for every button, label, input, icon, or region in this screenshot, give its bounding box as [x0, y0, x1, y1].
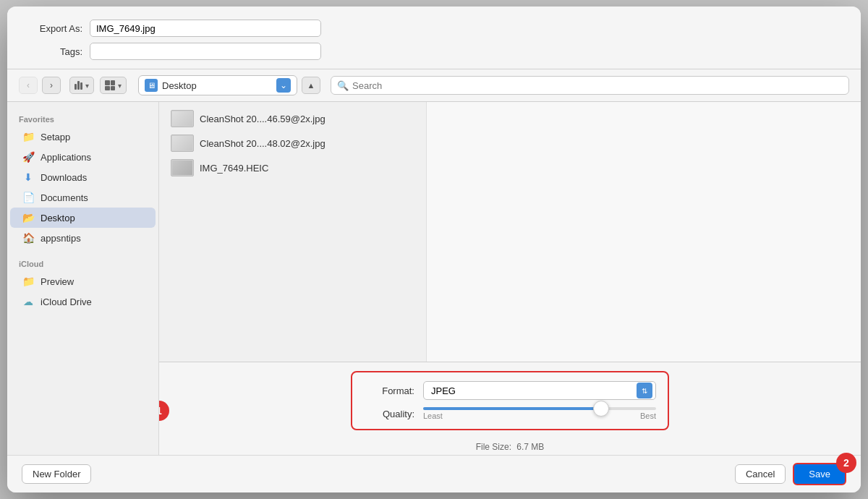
desktop-icon: 🖥 — [145, 79, 158, 92]
right-actions: Cancel Save 2 — [735, 463, 846, 485]
top-form: Export As: Tags: — [7, 7, 861, 69]
file-name: CleanShot 20....46.59@2x.jpg — [200, 114, 326, 124]
format-label: Format: — [364, 385, 414, 396]
quality-row: Quality: Least Best — [364, 407, 656, 420]
filesize-value: 6.7 MB — [516, 442, 544, 452]
grid-icon — [105, 80, 115, 90]
sidebar-item-icloud-drive[interactable]: ☁ iCloud Drive — [10, 291, 156, 312]
export-as-input[interactable] — [90, 20, 321, 37]
slider-fill — [423, 407, 598, 410]
list-item[interactable]: CleanShot 20....48.02@2x.jpg — [159, 131, 426, 155]
badge-2: 2 — [836, 453, 856, 473]
list-item[interactable]: IMG_7649.HEIC — [159, 155, 426, 180]
filesize-row: File Size: 6.7 MB — [159, 439, 861, 455]
format-select[interactable]: JPEG ⇅ — [423, 381, 656, 400]
file-name: IMG_7649.HEIC — [200, 163, 268, 174]
format-row: Format: JPEG ⇅ — [364, 381, 656, 400]
file-thumbnail — [171, 110, 194, 127]
forward-button[interactable]: › — [42, 77, 61, 94]
quality-labels: Least Best — [423, 411, 656, 420]
chevron-stepper-icon: ⇅ — [637, 383, 652, 398]
sidebar-item-documents[interactable]: 📄 Documents — [10, 187, 156, 208]
format-value: JPEG — [431, 385, 634, 396]
applications-icon: 🚀 — [22, 150, 35, 163]
badge-1: 1 — [159, 401, 169, 421]
file-thumbnail — [171, 159, 194, 176]
location-bar[interactable]: 🖥 Desktop ⌄ — [138, 75, 297, 95]
file-list: CleanShot 20....46.59@2x.jpg CleanShot 2… — [159, 102, 427, 362]
action-bar: New Folder Cancel Save 2 — [7, 455, 861, 492]
sidebar-item-label: Preview — [41, 276, 74, 287]
icloud-icon: ☁ — [22, 295, 35, 308]
sidebar-item-label: iCloud Drive — [41, 297, 92, 307]
save-dialog: Export As: Tags: ‹ › ▾ ▾ — [7, 7, 861, 492]
search-icon: 🔍 — [337, 80, 349, 91]
sidebar-item-label: appsntips — [41, 233, 81, 244]
downloads-icon: ⬇ — [22, 171, 35, 184]
tags-row: Tags: — [25, 43, 843, 60]
toolbar: ‹ › ▾ ▾ 🖥 Desktop ⌄ — [7, 69, 861, 102]
sidebar: Favorites 📁 Setapp 🚀 Applications ⬇ Down… — [7, 102, 159, 455]
list-item[interactable]: CleanShot 20....46.59@2x.jpg — [159, 106, 426, 131]
save-wrapper: Save 2 — [793, 463, 846, 485]
sidebar-item-desktop[interactable]: 📂 Desktop — [10, 208, 156, 228]
slider-thumb[interactable] — [593, 401, 609, 417]
chevron-down-icon-2: ▾ — [118, 82, 122, 90]
desktop-folder-icon: 📂 — [22, 211, 35, 224]
grid-view-button[interactable]: ▾ — [100, 77, 127, 94]
icloud-section-title: iCloud — [7, 255, 158, 271]
location-chevron-icon[interactable]: ⌄ — [276, 78, 291, 93]
chevron-down-icon: ▾ — [85, 82, 89, 90]
tags-label: Tags: — [25, 46, 82, 57]
home-icon: 🏠 — [22, 231, 35, 244]
new-folder-button[interactable]: New Folder — [22, 464, 91, 484]
quality-least-label: Least — [423, 411, 443, 420]
location-text: Desktop — [162, 80, 272, 91]
sidebar-item-appsntips[interactable]: 🏠 appsntips — [10, 228, 156, 248]
export-as-label: Export As: — [25, 23, 82, 34]
export-as-row: Export As: — [25, 20, 843, 37]
sidebar-item-setapp[interactable]: 📁 Setapp — [10, 127, 156, 147]
sidebar-item-applications[interactable]: 🚀 Applications — [10, 147, 156, 167]
filesize-label: File Size: — [476, 442, 511, 452]
documents-icon: 📄 — [22, 191, 35, 204]
search-box[interactable]: 🔍 — [331, 76, 849, 95]
sidebar-item-downloads[interactable]: ⬇ Downloads — [10, 167, 156, 187]
sidebar-item-preview[interactable]: 📁 Preview — [10, 271, 156, 291]
format-quality-box: 1 Format: JPEG ⇅ Quality: — [351, 371, 669, 430]
bottom-panel: 1 Format: JPEG ⇅ Quality: — [159, 362, 861, 455]
main-content: Favorites 📁 Setapp 🚀 Applications ⬇ Down… — [7, 102, 861, 455]
columns-icon — [75, 81, 82, 90]
file-thumbnail — [171, 135, 194, 152]
file-name: CleanShot 20....48.02@2x.jpg — [200, 138, 326, 149]
search-input[interactable] — [352, 80, 843, 91]
columns-view-button[interactable]: ▾ — [69, 77, 94, 94]
favorites-section-title: Favorites — [7, 111, 158, 127]
detail-panel — [427, 102, 861, 362]
quality-best-label: Best — [640, 411, 656, 420]
file-panel: CleanShot 20....46.59@2x.jpg CleanShot 2… — [159, 102, 861, 362]
sidebar-item-label: Documents — [41, 192, 88, 203]
cancel-button[interactable]: Cancel — [735, 464, 786, 484]
sidebar-item-label: Applications — [41, 152, 91, 163]
back-button[interactable]: ‹ — [19, 77, 38, 94]
slider-track — [423, 407, 656, 410]
quality-slider-wrapper: Least Best — [423, 407, 656, 420]
collapse-button[interactable]: ▲ — [302, 77, 320, 94]
file-area: CleanShot 20....46.59@2x.jpg CleanShot 2… — [159, 102, 861, 455]
quality-label: Quality: — [364, 409, 414, 419]
sidebar-item-label: Downloads — [41, 172, 87, 183]
preview-icon: 📁 — [22, 275, 35, 288]
folder-icon: 📁 — [22, 130, 35, 143]
sidebar-item-label: Desktop — [41, 213, 75, 223]
sidebar-item-label: Setapp — [41, 132, 70, 142]
tags-input[interactable] — [90, 43, 321, 60]
